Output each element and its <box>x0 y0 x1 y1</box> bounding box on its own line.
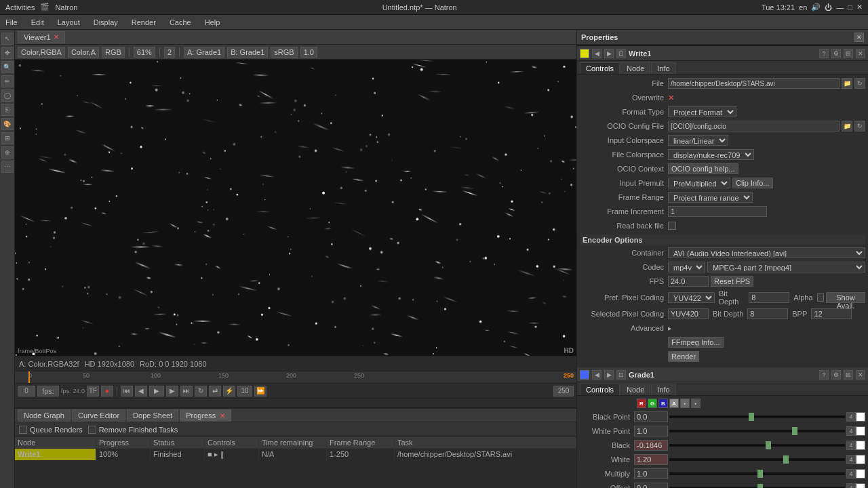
grade1-float-btn[interactable]: ⊡ <box>616 370 626 380</box>
frame-range-select[interactable]: Project frame range <box>668 192 753 203</box>
tab-progress-close[interactable]: ✕ <box>220 412 225 420</box>
codec-detail-select[interactable]: MPEG-4 part 2 [mpeg4] <box>707 262 865 272</box>
write1-settings-btn[interactable]: ⚙ <box>831 49 841 58</box>
grade1-tab-node[interactable]: Node <box>620 384 650 395</box>
multiply-track[interactable] <box>669 472 845 475</box>
menu-file[interactable]: File <box>3 17 20 28</box>
ch-extra-btn[interactable]: ▪ <box>691 399 701 408</box>
activities-label[interactable]: Activities <box>5 3 35 12</box>
ocio-config-browse[interactable]: 📁 <box>842 121 852 131</box>
container-select[interactable]: AVI (Audio Video Interleaved) [avi] <box>668 247 865 258</box>
gain-input[interactable]: 1.0 <box>300 47 317 58</box>
skip-10-btn[interactable]: 10 <box>237 386 252 396</box>
read-back-checkbox[interactable] <box>668 222 676 230</box>
tab-curve-editor[interactable]: Curve Editor <box>72 409 125 422</box>
ch-b-btn[interactable]: B <box>658 399 668 408</box>
white-point-track[interactable] <box>669 430 845 432</box>
bit-depth-input[interactable] <box>749 292 789 303</box>
tool-color[interactable]: 🎨 <box>1 118 14 130</box>
multiply-handle[interactable] <box>757 470 763 478</box>
file-browse-btn[interactable]: 📁 <box>842 78 852 89</box>
queue-renders-check[interactable]: Queue Renders <box>19 426 83 434</box>
end-frame-input[interactable]: 250 <box>553 386 574 396</box>
sel-pixel-input[interactable] <box>668 308 709 319</box>
menu-layout[interactable]: Layout <box>55 17 83 28</box>
skip-start-btn[interactable]: ⏮ <box>121 386 133 396</box>
row-controls[interactable]: ■ ▸ ‖ <box>205 449 259 460</box>
fast-fwd-btn[interactable]: ⏩ <box>254 386 267 396</box>
grade1-settings-btn[interactable]: ⚙ <box>831 370 841 380</box>
ch-r-btn[interactable]: R <box>637 399 646 408</box>
ocio-config-input[interactable] <box>668 121 840 131</box>
black-swatch[interactable] <box>856 441 865 450</box>
tool-track[interactable]: ⊕ <box>1 146 14 159</box>
ruler[interactable]: 0 50 100 150 200 250 250 <box>15 371 576 383</box>
prev-frame-btn[interactable]: ◀ <box>135 386 147 396</box>
alpha-checkbox[interactable] <box>817 293 824 302</box>
ocio-config-reload[interactable]: ↻ <box>854 121 865 131</box>
natron-label[interactable]: Natron <box>55 3 77 12</box>
power-icon[interactable]: ⏻ <box>825 3 832 12</box>
grade1-tab-info[interactable]: Info <box>651 384 675 395</box>
input-colorspace-select[interactable]: linear/Linear <box>668 135 728 146</box>
props-close-btn[interactable]: ✕ <box>854 33 864 42</box>
grade1-help-btn[interactable]: ? <box>819 370 829 380</box>
remove-finished-check[interactable]: Remove Finished Tasks <box>88 426 178 434</box>
white-handle[interactable] <box>783 455 789 464</box>
grade1-tab-controls[interactable]: Controls <box>580 384 620 395</box>
render-btn[interactable]: Render <box>668 351 699 362</box>
tab-dope-sheet[interactable]: Dope Sheet <box>127 409 178 422</box>
menu-help[interactable]: Help <box>202 17 223 28</box>
bpp-input[interactable] <box>811 308 852 319</box>
advanced-arrow[interactable]: ▸ <box>668 324 672 333</box>
reset-fps-btn[interactable]: Reset FPS <box>711 276 753 287</box>
white-swatch[interactable] <box>856 455 865 464</box>
remove-finished-checkbox[interactable] <box>88 426 96 434</box>
zoom-selector[interactable]: 61% <box>134 47 155 58</box>
sync-btn[interactable]: ⚡ <box>223 386 235 396</box>
clip-info-btn[interactable]: Clip Info... <box>732 178 773 188</box>
b-node-selector[interactable]: B: Grade1 <box>227 47 268 58</box>
codec-select[interactable]: mp4v <box>668 262 705 272</box>
frame-start-input[interactable]: 0 <box>18 386 35 396</box>
ffmpeg-info-btn[interactable]: FFmpeg Info... <box>668 337 724 348</box>
loop-btn[interactable]: ↻ <box>195 386 207 396</box>
black-point-handle[interactable] <box>749 413 754 421</box>
multiply-swatch[interactable] <box>856 469 865 479</box>
viewer1-tab[interactable]: Viewer1 ✕ <box>18 31 65 43</box>
write1-prev-btn[interactable]: ◀ <box>592 49 601 58</box>
queue-renders-checkbox[interactable] <box>19 426 27 434</box>
channel-selector[interactable]: Color,A <box>68 47 99 58</box>
write1-close-btn[interactable]: ✕ <box>856 49 865 58</box>
grade1-color-btn[interactable] <box>580 370 589 380</box>
tool-move[interactable]: ✥ <box>1 47 14 59</box>
black-handle[interactable] <box>766 441 771 449</box>
overwrite-check[interactable]: ✕ <box>668 94 674 102</box>
black-input[interactable] <box>634 440 668 451</box>
ch-all-btn[interactable]: ▪ <box>680 399 690 408</box>
viewer-canvas[interactable]: frame/BottPos HD <box>15 60 576 356</box>
white-point-handle[interactable] <box>792 427 797 435</box>
write1-detach-btn[interactable]: ⊞ <box>844 49 853 58</box>
black-track[interactable] <box>669 444 845 447</box>
ocio-context-btn[interactable]: OCIO config help... <box>668 163 738 174</box>
write1-help-btn[interactable]: ? <box>819 49 829 58</box>
fps-display[interactable]: fps: <box>37 386 59 396</box>
black-point-num[interactable]: 4 <box>846 412 856 422</box>
volume-icon[interactable]: 🔊 <box>811 3 821 12</box>
tool-roto[interactable]: ◯ <box>1 89 14 102</box>
ch-g-btn[interactable]: G <box>648 399 657 408</box>
tool-select[interactable]: ↖ <box>1 33 14 45</box>
format-type-select[interactable]: Project Format <box>668 106 736 117</box>
viewer1-close[interactable]: ✕ <box>54 33 59 41</box>
frame-increment-input[interactable] <box>668 206 767 217</box>
file-input[interactable] <box>668 78 840 89</box>
grade1-close-btn[interactable]: ✕ <box>856 370 865 380</box>
tool-other[interactable]: ⋯ <box>1 161 14 173</box>
pref-pixel-select[interactable]: YUV422 <box>668 292 715 303</box>
tool-zoom[interactable]: 🔍 <box>1 61 14 73</box>
white-point-swatch[interactable] <box>856 426 865 436</box>
menu-render[interactable]: Render <box>129 17 159 28</box>
skip-end-btn[interactable]: ⏭ <box>180 386 193 396</box>
white-point-input[interactable] <box>634 426 668 436</box>
